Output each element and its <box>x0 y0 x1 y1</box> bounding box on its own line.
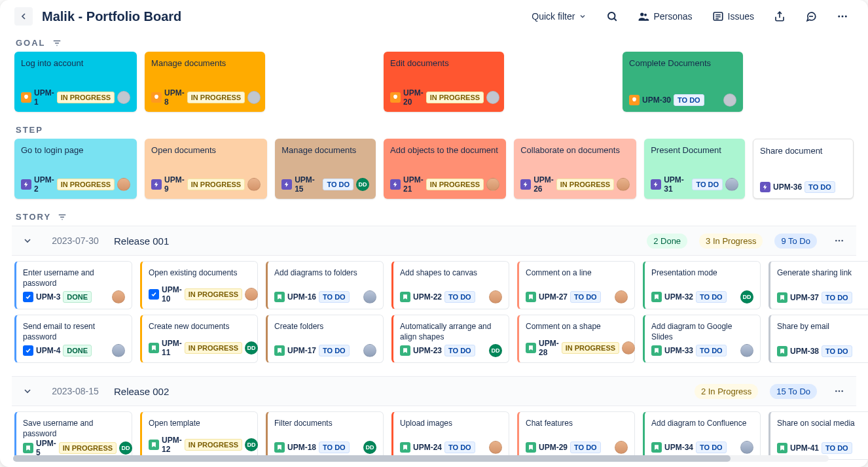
board-scroll[interactable]: GOAL Log into account UPM-1 IN PROGRESS … <box>0 33 868 464</box>
search-button[interactable] <box>601 7 623 26</box>
card-title: Edit documents <box>390 58 497 68</box>
status-badge: TO DO <box>319 441 350 453</box>
release-header: 2023-07-30 Release 001 2 Done3 In Progre… <box>12 226 856 256</box>
card-title: Add shapes to canvas <box>400 268 502 279</box>
story-card[interactable]: Comment on a shape UPM-28 IN PROGRESS <box>517 315 635 363</box>
step-card[interactable]: Add objects to the document UPM-21 IN PR… <box>384 139 506 199</box>
avatar <box>117 91 130 104</box>
comment-button[interactable] <box>800 7 822 26</box>
back-button[interactable] <box>14 7 33 26</box>
story-card[interactable]: Open template UPM-12 IN PROGRESS DD <box>140 411 258 460</box>
status-badge: TO DO <box>444 441 475 453</box>
goal-type-icon <box>21 92 31 103</box>
status-badge: TO DO <box>570 291 601 303</box>
story-type-icon <box>526 442 536 453</box>
release-more-button[interactable] <box>829 232 850 250</box>
share-button[interactable] <box>769 7 791 26</box>
issue-key: UPM-34 <box>664 443 693 452</box>
goal-card[interactable]: Complete Documents UPM-30 TO DO <box>623 52 743 112</box>
svg-point-0 <box>608 12 615 20</box>
story-card[interactable]: Generate sharing link UPM-37 TO DO <box>769 261 868 309</box>
story-type-icon <box>149 440 159 450</box>
story-card[interactable]: Comment on a line UPM-27 TO DO <box>517 261 635 309</box>
card-title: Comment on a shape <box>526 322 628 332</box>
personas-icon <box>638 10 649 22</box>
story-row: Save username and password UPM-5 IN PROG… <box>14 411 854 460</box>
goal-card[interactable]: Log into account UPM-1 IN PROGRESS <box>14 52 137 112</box>
status-badge: TO DO <box>444 345 475 356</box>
step-card[interactable]: Share document UPM-36 TO DO <box>753 139 854 199</box>
story-card[interactable]: Open existing documents UPM-10 IN PROGRE… <box>140 261 258 309</box>
story-type-icon <box>274 292 285 302</box>
step-card[interactable]: Collaborate on documents UPM-26 IN PROGR… <box>514 139 636 199</box>
goal-type-icon <box>390 92 401 103</box>
issue-key: UPM-29 <box>539 443 568 452</box>
card-title: Generate sharing link <box>777 268 868 279</box>
story-card[interactable]: Presentation mode UPM-32 TO DO DD <box>643 261 761 309</box>
svg-point-5 <box>842 16 844 18</box>
release-header: 2023-08-15 Release 002 2 In Progress15 T… <box>12 376 856 406</box>
story-card[interactable]: Create new documents UPM-11 IN PROGRESS … <box>140 315 258 363</box>
story-card[interactable]: Enter username and password UPM-3 DONE <box>14 261 132 309</box>
more-button[interactable] <box>831 7 854 26</box>
status-badge: TO DO <box>323 179 353 190</box>
filter-icon[interactable] <box>52 39 62 48</box>
quick-filter-button[interactable]: Quick filter <box>526 7 592 26</box>
step-card[interactable]: Manage documents UPM-15 TO DO DD <box>275 139 376 199</box>
card-title: Add diagram to Confluence <box>651 419 753 429</box>
story-card[interactable]: Add diagrams to folders UPM-16 TO DO <box>266 261 384 309</box>
collapse-toggle[interactable] <box>18 382 37 400</box>
step-type-icon <box>760 182 770 192</box>
personas-button[interactable]: Personas <box>632 7 697 26</box>
svg-point-2 <box>644 14 647 16</box>
story-card[interactable]: Save username and password UPM-5 IN PROG… <box>14 411 132 460</box>
svg-point-6 <box>845 16 847 18</box>
issue-key: UPM-16 <box>287 292 316 302</box>
story-card[interactable]: Add diagram to Confluence UPM-34 TO DO <box>643 411 761 460</box>
card-title: Add objects to the document <box>390 145 499 155</box>
story-card[interactable]: Send email to resent password UPM-4 DONE <box>14 315 132 363</box>
status-badge: IN PROGRESS <box>426 92 484 103</box>
issue-key: UPM-36 <box>773 182 802 192</box>
story-card[interactable]: Share by email UPM-38 TO DO <box>769 315 868 363</box>
horizontal-scrollbar[interactable] <box>13 455 829 462</box>
status-badge: TO DO <box>319 291 350 303</box>
story-card[interactable]: Automatically arrange and align shapes U… <box>391 315 509 363</box>
avatar <box>363 344 376 357</box>
story-card[interactable]: Share on social media UPM-41 TO DO <box>769 411 868 460</box>
step-type-icon <box>21 179 31 190</box>
story-card[interactable]: Add shapes to canvas UPM-22 TO DO <box>391 261 509 309</box>
issue-key: UPM-20 <box>403 88 424 107</box>
avatar <box>617 178 630 191</box>
step-card[interactable]: Go to login page UPM-2 IN PROGRESS <box>14 139 137 199</box>
step-card[interactable]: Open documents UPM-9 IN PROGRESS <box>145 139 267 199</box>
svg-point-9 <box>841 240 843 242</box>
release-more-button[interactable] <box>829 382 850 400</box>
goal-card[interactable]: Edit documents UPM-20 IN PROGRESS <box>384 52 504 112</box>
issues-icon <box>712 10 724 22</box>
story-card[interactable]: Add diagram to Google Slides UPM-33 TO D… <box>643 315 761 363</box>
issue-key: UPM-28 <box>539 339 559 357</box>
step-card[interactable]: Present Document UPM-31 TO DO <box>644 139 745 199</box>
story-row: Send email to resent password UPM-4 DONE… <box>14 315 854 363</box>
issue-key: UPM-18 <box>287 443 316 452</box>
status-badge: TO DO <box>805 181 835 193</box>
avatar: DD <box>356 178 369 191</box>
story-card[interactable]: Upload images UPM-24 TO DO <box>391 411 509 460</box>
collapse-toggle[interactable] <box>18 232 37 250</box>
story-card[interactable]: Chat features UPM-29 TO DO <box>517 411 635 460</box>
todo-count: 9 To Do <box>774 234 817 249</box>
issues-button[interactable]: Issues <box>707 7 759 26</box>
personas-label: Personas <box>653 11 692 22</box>
svg-point-7 <box>835 240 837 242</box>
status-badge: TO DO <box>696 291 727 303</box>
goal-card[interactable]: Manage documents UPM-8 IN PROGRESS <box>145 52 265 112</box>
avatar <box>615 441 628 454</box>
issue-key: UPM-17 <box>287 346 316 355</box>
story-card[interactable]: Create folders UPM-17 TO DO <box>266 315 384 363</box>
card-title: Share document <box>760 146 846 156</box>
avatar: DD <box>740 290 753 303</box>
avatar <box>740 441 753 454</box>
filter-icon[interactable] <box>58 213 67 222</box>
story-card[interactable]: Filter documents UPM-18 TO DO DD <box>266 411 384 460</box>
